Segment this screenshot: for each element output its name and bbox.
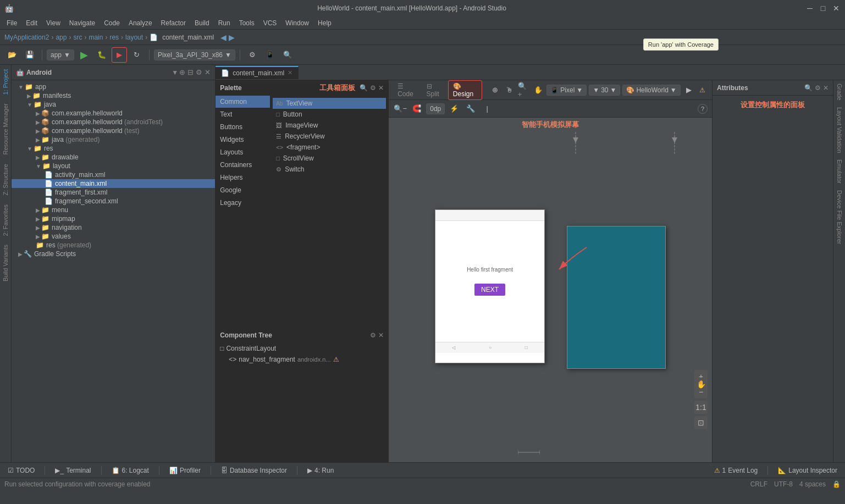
device-select[interactable]: Pixel_3a_API_30_x86 ▼	[154, 49, 235, 60]
dt-select-btn[interactable]: 🖱	[504, 83, 516, 97]
menu-window[interactable]: Window	[281, 18, 313, 28]
toolbar-sdk-btn[interactable]: ⚙	[245, 47, 260, 63]
menu-help[interactable]: Help	[313, 18, 336, 28]
palette-item-fragment[interactable]: <> <fragment>	[273, 142, 386, 153]
bottom-db-inspector[interactable]: 🗄 Database Inspector	[218, 466, 290, 475]
breadcrumb-myapp[interactable]: MyApplication2	[4, 34, 49, 41]
palette-item-recyclerview[interactable]: ☰ RecyclerView	[273, 131, 386, 142]
tab-code[interactable]: ☰ Code	[393, 81, 421, 99]
zoom-fit-btn[interactable]: ⊡	[694, 416, 708, 429]
dt-magnet-btn[interactable]: 🧲	[410, 102, 424, 116]
project-gear-btn[interactable]: ⚙	[196, 68, 202, 76]
project-add-btn[interactable]: ⊕	[179, 68, 185, 76]
vtab-device-file[interactable]: Device File Explorer	[833, 187, 845, 247]
dt-zoom-out2[interactable]: 🔍−	[393, 102, 407, 116]
bottom-event-log[interactable]: ⚠ 1 Event Log	[711, 466, 761, 475]
toolbar-btn-1[interactable]: 📂	[4, 47, 20, 63]
palette-cat-containers[interactable]: Containers	[216, 159, 270, 171]
tree-package2[interactable]: ▶ 📦 com.example.helloworld (androidTest)	[12, 118, 215, 126]
dt-pan-btn[interactable]: ✋	[532, 83, 544, 97]
tree-res-gen[interactable]: 📁 res (generated)	[12, 241, 215, 250]
tree-activity-main[interactable]: 📄 activity_main.xml	[12, 170, 215, 179]
run-config-select[interactable]: app ▼	[47, 49, 74, 60]
palette-cat-text[interactable]: Text	[216, 108, 270, 121]
palette-cat-widgets[interactable]: Widgets	[216, 134, 270, 146]
vtab-resource[interactable]: Resource Manager	[0, 99, 11, 159]
menu-analyze[interactable]: Analyze	[124, 18, 157, 28]
menu-code[interactable]: Code	[100, 18, 124, 28]
vtab-structure[interactable]: Z: Structure	[0, 159, 11, 200]
dt-zoom-in-btn[interactable]: 🔍+	[518, 83, 530, 97]
tree-java[interactable]: ▼ 📁 java	[12, 100, 215, 109]
bottom-layout-inspector[interactable]: 📐 Layout Inspector	[775, 466, 841, 475]
tree-menu[interactable]: ▶ 📁 menu	[12, 206, 215, 214]
vtab-emulator[interactable]: Emulator	[833, 156, 845, 187]
palette-item-imageview[interactable]: 🖼 ImageView	[273, 120, 386, 131]
tree-res[interactable]: ▼ 📁 res	[12, 144, 215, 153]
menu-run[interactable]: Run	[214, 18, 235, 28]
api-select[interactable]: ▼ 30 ▼	[589, 85, 620, 96]
tree-package1[interactable]: ▶ 📦 com.example.helloworld	[12, 109, 215, 118]
tree-values[interactable]: ▶ 📁 values	[12, 232, 215, 241]
menu-file[interactable]: File	[2, 18, 21, 28]
tree-gradle[interactable]: ▶ 🔧 Gradle Scripts	[12, 250, 215, 258]
minimize-btn[interactable]: ─	[805, 4, 814, 13]
palette-cat-layouts[interactable]: Layouts	[216, 146, 270, 159]
dt-path-btn[interactable]: ⚡	[447, 102, 461, 116]
tab-close-btn[interactable]: ✕	[288, 69, 292, 76]
attr-search-icon[interactable]: 🔍	[804, 84, 813, 92]
dt-error-btn[interactable]: 🔧	[463, 102, 478, 116]
tree-content-main[interactable]: 📄 content_main.xml	[12, 179, 215, 188]
attr-gear-icon[interactable]: ⚙	[815, 84, 821, 92]
tab-design[interactable]: 🎨 Design	[448, 80, 482, 100]
dropdown-icon[interactable]: ▼	[172, 69, 178, 76]
editor-tab-content-main[interactable]: 📄 content_main.xml ✕	[216, 66, 299, 79]
tree-mipmap[interactable]: ▶ 📁 mipmap	[12, 214, 215, 223]
dt-eye-btn[interactable]: |	[480, 102, 494, 116]
nav-forward[interactable]: ▶	[229, 33, 235, 42]
dp-select[interactable]: 0dp	[426, 103, 445, 114]
dt-locale-btn[interactable]: ▶	[683, 83, 695, 97]
bottom-logcat[interactable]: 📋 6: Logcat	[108, 466, 152, 475]
bottom-todo[interactable]: ☑ TODO	[4, 466, 38, 475]
status-indent[interactable]: 4 spaces	[799, 480, 826, 488]
bottom-terminal[interactable]: ▶_ Terminal	[52, 466, 94, 475]
project-close-btn[interactable]: ✕	[205, 68, 211, 76]
palette-cat-common[interactable]: Common	[216, 96, 270, 108]
toolbar-avd-btn[interactable]: 📱	[262, 47, 278, 63]
device-pixel-select[interactable]: 📱 Pixel ▼	[546, 85, 587, 96]
maximize-btn[interactable]: □	[819, 4, 827, 13]
palette-cat-legacy[interactable]: Legacy	[216, 197, 270, 209]
menu-vcs[interactable]: VCS	[259, 18, 281, 28]
tab-split[interactable]: ⊟ Split	[422, 81, 447, 99]
palette-gear-icon[interactable]: ⚙	[370, 84, 376, 92]
run-coverage-btn[interactable]: ▶	[112, 47, 127, 63]
palette-search-icon[interactable]: 🔍	[360, 84, 368, 92]
tree-navigation[interactable]: ▶ 📁 navigation	[12, 223, 215, 232]
vtab-favorites[interactable]: 2: Favorites	[0, 200, 11, 240]
tree-drawable[interactable]: ▶ 📁 drawable	[12, 153, 215, 162]
palette-close-icon[interactable]: ✕	[378, 84, 384, 92]
menu-refactor[interactable]: Refactor	[157, 18, 190, 28]
palette-cat-buttons[interactable]: Buttons	[216, 121, 270, 134]
phone-next-btn[interactable]: NEXT	[474, 284, 505, 296]
canvas-viewport[interactable]: Hello first fragment NEXT ◁ ○ □	[389, 132, 712, 462]
attr-close-icon[interactable]: ✕	[823, 84, 829, 92]
menu-navigate[interactable]: Navigate	[65, 18, 100, 28]
vtab-layout-validation[interactable]: Layout Validation	[833, 104, 845, 157]
bottom-run[interactable]: ▶ 4: Run	[304, 466, 337, 475]
zoom-1to1-btn[interactable]: 1:1	[694, 401, 708, 414]
debug-btn[interactable]: 🐛	[94, 47, 109, 63]
palette-cat-helpers[interactable]: Helpers	[216, 171, 270, 184]
breadcrumb-src[interactable]: src	[73, 34, 82, 41]
tree-layout[interactable]: ▼ 📁 layout	[12, 162, 215, 170]
vtab-grade[interactable]: Grade	[833, 80, 845, 104]
palette-cat-google[interactable]: Google	[216, 184, 270, 197]
tree-package3[interactable]: ▶ 📦 com.example.helloworld (test)	[12, 126, 215, 135]
comp-constraint-layout[interactable]: □ ConstraintLayout	[216, 343, 388, 354]
breadcrumb-app[interactable]: app	[56, 34, 67, 41]
dt-layers-btn[interactable]: ⊕	[489, 83, 501, 97]
palette-item-textview[interactable]: Ab TextView	[273, 98, 386, 109]
tree-fragment-first[interactable]: 📄 fragment_first.xml	[12, 188, 215, 197]
status-encoding[interactable]: UTF-8	[774, 480, 793, 488]
